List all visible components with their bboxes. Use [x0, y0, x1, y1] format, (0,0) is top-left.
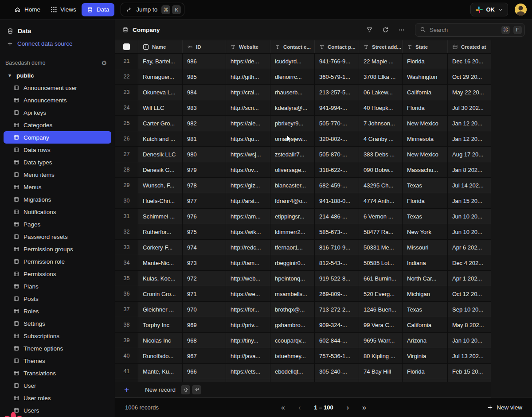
- table-cell[interactable]: Huels-Chri...: [138, 193, 183, 209]
- row-number[interactable]: 25: [115, 116, 138, 131]
- table-cell[interactable]: https://qu...: [226, 131, 270, 147]
- row-number[interactable]: 21: [115, 54, 138, 69]
- table-cell[interactable]: Sep 10 20...: [448, 302, 491, 317]
- table-cell[interactable]: 269-809-...: [315, 286, 359, 302]
- table-cell[interactable]: 661 Burnin...: [359, 271, 403, 286]
- table-cell[interactable]: 812-543-...: [315, 255, 359, 271]
- row-number[interactable]: 36: [115, 286, 138, 302]
- table-cell[interactable]: kdealyra@...: [270, 100, 315, 116]
- table-cell[interactable]: 919-522-8...: [315, 271, 359, 286]
- table-cell[interactable]: tstuehmey...: [270, 348, 315, 364]
- table-cell[interactable]: 985: [183, 69, 226, 85]
- table-cell[interactable]: 360-579-1...: [315, 69, 359, 85]
- table-cell[interactable]: Michigan: [403, 286, 448, 302]
- table-cell[interactable]: http://tam...: [226, 255, 270, 271]
- table-cell[interactable]: 986: [183, 54, 226, 69]
- filter-button[interactable]: [363, 23, 376, 36]
- sidebar-item-user-roles[interactable]: User roles: [4, 392, 111, 404]
- new-view-button[interactable]: New view: [487, 404, 522, 411]
- table-cell[interactable]: Jan 10 20...: [448, 333, 491, 348]
- table-cell[interactable]: zstedallr7...: [270, 147, 315, 162]
- row-number[interactable]: 39: [115, 333, 138, 348]
- table-cell[interactable]: Florida: [403, 193, 448, 209]
- column-header-name[interactable]: Name: [138, 40, 183, 53]
- workspace-menu-button[interactable]: OK: [470, 3, 509, 16]
- table-cell[interactable]: 4 Granby ...: [359, 131, 403, 147]
- column-header-state[interactable]: State: [403, 40, 448, 53]
- table-cell[interactable]: 757-536-1...: [315, 348, 359, 364]
- table-cell[interactable]: Oct 29 20...: [448, 69, 491, 85]
- table-cell[interactable]: 971: [183, 286, 226, 302]
- sidebar-item-theme-options[interactable]: Theme options: [4, 342, 111, 355]
- sidebar-item-data-rows[interactable]: Data rows: [4, 144, 111, 156]
- table-cell[interactable]: msambells...: [270, 286, 315, 302]
- table-cell[interactable]: http://arst...: [226, 193, 270, 209]
- table-cell[interactable]: Washington: [403, 69, 448, 85]
- nav-data[interactable]: Data: [82, 3, 115, 16]
- avatar[interactable]: [515, 4, 527, 16]
- table-cell[interactable]: 983: [183, 100, 226, 116]
- column-header-contact-e[interactable]: Contact e...: [270, 40, 315, 53]
- sidebar-item-subscriptions[interactable]: Subscriptions: [4, 330, 111, 342]
- table-cell[interactable]: 505-870-...: [315, 147, 359, 162]
- table-cell[interactable]: 4774 Anth...: [359, 193, 403, 209]
- table-cell[interactable]: 9695 Warr...: [359, 333, 403, 348]
- refresh-button[interactable]: [379, 23, 392, 36]
- table-cell[interactable]: 305-240-...: [315, 364, 359, 379]
- table-cell[interactable]: Missouri: [403, 240, 448, 255]
- table-cell[interactable]: 977: [183, 193, 226, 209]
- table-cell[interactable]: hpeintonq...: [270, 271, 315, 286]
- table-cell[interactable]: https://wik...: [226, 224, 270, 240]
- row-number[interactable]: 23: [115, 85, 138, 100]
- row-number[interactable]: 40: [115, 348, 138, 364]
- table-cell[interactable]: https://wsj...: [226, 147, 270, 162]
- table-cell[interactable]: 22 Maple ...: [359, 54, 403, 69]
- row-number[interactable]: 41: [115, 364, 138, 379]
- table-cell[interactable]: Cronin Gro...: [138, 286, 183, 302]
- table-cell[interactable]: 74 Bay Hill: [359, 364, 403, 379]
- column-header-created-at[interactable]: Created at: [448, 40, 491, 53]
- table-cell[interactable]: 50331 Me...: [359, 240, 403, 255]
- table-cell[interactable]: Carter Gro...: [138, 116, 183, 131]
- table-cell[interactable]: Minnesota: [403, 131, 448, 147]
- table-cell[interactable]: 43295 Ch...: [359, 178, 403, 193]
- table-cell[interactable]: 3708 Elka ...: [359, 69, 403, 85]
- table-cell[interactable]: 966: [183, 364, 226, 379]
- table-cell[interactable]: 320-802-...: [315, 131, 359, 147]
- table-cell[interactable]: New Mexico: [403, 116, 448, 131]
- row-number[interactable]: 26: [115, 131, 138, 147]
- sidebar-item-announcement-user[interactable]: Announcement user: [4, 82, 111, 94]
- table-cell[interactable]: Jul 13 202...: [448, 348, 491, 364]
- table-cell[interactable]: 7 Johnson...: [359, 116, 403, 131]
- table-cell[interactable]: 214-486-...: [315, 209, 359, 224]
- table-cell[interactable]: 585-673-...: [315, 224, 359, 240]
- sidebar-item-notifications[interactable]: Notifications: [4, 206, 111, 218]
- table-cell[interactable]: https://am...: [226, 209, 270, 224]
- table-cell[interactable]: 6 Vernon ...: [359, 209, 403, 224]
- new-record-row[interactable]: New record: [115, 382, 491, 398]
- last-page-button[interactable]: »: [362, 404, 366, 411]
- table-cell[interactable]: etippingsr...: [270, 209, 315, 224]
- table-cell[interactable]: New York: [403, 224, 448, 240]
- sidebar-item-users[interactable]: Users: [4, 404, 111, 417]
- table-cell[interactable]: Wunsch, F...: [138, 178, 183, 193]
- sidebar-item-migrations[interactable]: Migrations: [4, 193, 111, 206]
- sidebar-item-posts[interactable]: Posts: [4, 292, 111, 305]
- sidebar-item-categories[interactable]: Categories: [4, 119, 111, 131]
- table-cell[interactable]: 967: [183, 348, 226, 364]
- prev-page-button[interactable]: ‹: [298, 404, 301, 411]
- table-cell[interactable]: Denesik G...: [138, 162, 183, 178]
- table-cell[interactable]: Oct 12 20...: [448, 286, 491, 302]
- table-cell[interactable]: Jun 10 20...: [448, 209, 491, 224]
- sidebar-item-permission-groups[interactable]: Permission groups: [4, 243, 111, 255]
- table-cell[interactable]: 976: [183, 209, 226, 224]
- table-cell[interactable]: Gleichner ...: [138, 302, 183, 317]
- sidebar-item-plans[interactable]: Plans: [4, 280, 111, 292]
- sidebar-item-themes[interactable]: Themes: [4, 355, 111, 367]
- table-cell[interactable]: http://web...: [226, 271, 270, 286]
- table-cell[interactable]: Jan 12 20...: [448, 131, 491, 147]
- table-cell[interactable]: Arizona: [403, 333, 448, 348]
- table-cell[interactable]: Apr 6 202...: [448, 240, 491, 255]
- table-cell[interactable]: http://crai...: [226, 85, 270, 100]
- table-cell[interactable]: Virginia: [403, 348, 448, 364]
